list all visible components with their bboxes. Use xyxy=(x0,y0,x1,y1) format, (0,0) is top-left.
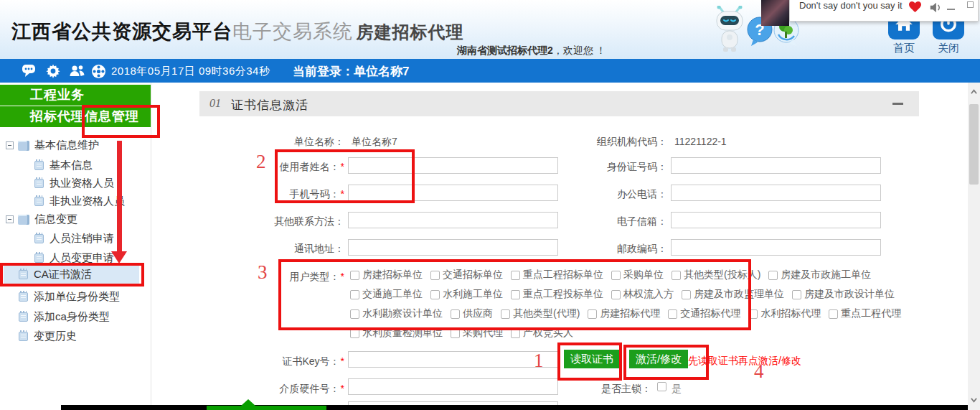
status-bar: 2018年05月17日 09时36分34秒 当前登录：单位名称7 xyxy=(0,59,980,83)
checkbox-item[interactable]: 产权竞买人 xyxy=(511,327,573,340)
checkbox xyxy=(792,290,801,299)
cert-key-input[interactable] xyxy=(348,351,558,368)
checkbox-item[interactable]: 其他类型(投标人) xyxy=(672,269,760,281)
scroll-down-icon[interactable] xyxy=(971,397,976,403)
home-button-label[interactable]: 首页 xyxy=(888,42,920,55)
checkbox-item[interactable]: 房建及市政设计单位 xyxy=(792,288,895,301)
collapse-expander-icon[interactable] xyxy=(6,215,14,223)
sidebar-item-personnel-cancel[interactable]: 人员注销申请 xyxy=(34,232,114,246)
checkbox xyxy=(768,271,778,280)
minimize-icon[interactable] xyxy=(947,9,955,10)
checkbox xyxy=(682,290,691,299)
main-lock-checkbox[interactable] xyxy=(657,382,666,391)
scroll-up-icon[interactable] xyxy=(971,89,976,95)
sidebar-item-label[interactable]: 基本信息 xyxy=(50,159,93,172)
sidebar-item-label[interactable]: 添加ca身份类型 xyxy=(34,310,110,324)
reel-icon[interactable] xyxy=(91,64,106,82)
checkbox-item[interactable]: 水利勘察设计单位 xyxy=(350,307,443,320)
postcode-input[interactable] xyxy=(671,239,881,256)
heart-icon[interactable] xyxy=(908,1,922,16)
sidebar-item-label[interactable]: 变更历史 xyxy=(34,330,77,343)
sidebar-item-personnel-change[interactable]: 人员变更申请 xyxy=(34,251,114,265)
checkbox-item[interactable]: 水利施工单位 xyxy=(430,288,503,301)
user-type-row-2: 交通施工单位 水利施工单位 重点工程投标单位 林权流入方 房建及市政监理单位 房… xyxy=(350,288,903,301)
sidebar-item-licensed-personnel[interactable]: 执业资格人员 xyxy=(34,177,114,190)
speaker-icon[interactable] xyxy=(929,2,942,16)
checkbox-item[interactable]: 采购单位 xyxy=(611,269,664,281)
other-contact-label: 其他联系方法： xyxy=(237,215,344,228)
sidebar-item-label[interactable]: 执业资格人员 xyxy=(50,177,114,190)
notepad-icon xyxy=(34,234,44,243)
checkbox xyxy=(511,290,520,299)
restore-icon[interactable] xyxy=(967,1,974,8)
notepad-icon xyxy=(19,332,28,341)
sidebar-item-label[interactable]: 非执业资格人员 xyxy=(50,195,125,208)
section-number: 01 xyxy=(209,97,221,110)
sidebar-menu-engineering[interactable]: 工程业务 xyxy=(0,85,151,106)
checkbox-item[interactable]: 重点工程代理 xyxy=(829,307,901,320)
notepad-icon xyxy=(19,292,28,302)
sidebar-group-label[interactable]: 信息变更 xyxy=(34,213,77,226)
sidebar-item-nonlicensed-personnel[interactable]: 非执业资格人员 xyxy=(34,195,125,208)
message-icon[interactable] xyxy=(22,64,36,80)
sidebar-item-add-ca-identity[interactable]: 添加ca身份类型 xyxy=(19,310,110,324)
users-icon[interactable] xyxy=(69,64,85,80)
office-phone-input[interactable] xyxy=(671,185,881,201)
address-label: 通讯地址： xyxy=(237,243,344,256)
sidebar-group-basic-info[interactable]: 基本信息维护 xyxy=(6,139,99,152)
sidebar-item-basic-info[interactable]: 基本信息 xyxy=(34,159,93,172)
folder-book-icon xyxy=(18,141,29,151)
sidebar-item-label[interactable]: 添加单位身份类型 xyxy=(34,290,120,304)
settings-gear-icon[interactable] xyxy=(46,64,60,81)
sidebar-item-change-history[interactable]: 变更历史 xyxy=(19,330,77,343)
sidebar-item-label[interactable]: 人员注销申请 xyxy=(50,232,114,246)
scrollbar-thumb[interactable] xyxy=(969,104,979,185)
bottom-tooltip-bar xyxy=(207,406,326,410)
mobile-input[interactable] xyxy=(348,185,558,201)
sidebar-item-label[interactable]: 人员变更申请 xyxy=(50,251,114,265)
checkbox xyxy=(350,329,359,338)
vertical-scrollbar[interactable] xyxy=(968,83,980,410)
user-type-row-1: 房建招标单位 交通招标单位 重点工程招标单位 采购单位 其他类型(投标人) 房建… xyxy=(350,269,879,281)
other-contact-input[interactable] xyxy=(348,212,558,228)
checkbox xyxy=(748,309,758,319)
annotation-number-4: 4 xyxy=(754,362,764,381)
read-cert-button[interactable]: 读取证书 xyxy=(564,350,620,368)
email-input[interactable] xyxy=(671,212,881,228)
collapse-expander-icon[interactable] xyxy=(6,141,14,149)
checkbox-item[interactable]: 房建招标单位 xyxy=(350,269,423,281)
sidebar-group-label[interactable]: 基本信息维护 xyxy=(34,139,99,152)
sidebar-item-add-unit-identity[interactable]: 添加单位身份类型 xyxy=(19,290,120,304)
activate-modify-button[interactable]: 激活/修改 xyxy=(629,350,688,368)
annotation-number-1: 1 xyxy=(534,351,544,371)
checkbox-item[interactable]: 其他类型(代理) xyxy=(501,307,580,320)
checkbox-item[interactable]: 水利质量检测单位 xyxy=(350,327,443,340)
sidebar-group-info-change[interactable]: 信息变更 xyxy=(6,213,77,226)
welcome-text: 湖南省测试招标代理2，欢迎您 ！ xyxy=(457,45,606,57)
checkbox-item[interactable]: 水利招标代理 xyxy=(748,307,821,320)
address-input[interactable] xyxy=(348,239,558,256)
checkbox xyxy=(611,290,621,299)
id-card-label: 身份证号码： xyxy=(560,161,667,174)
sidebar-item-label[interactable]: CA证书激活 xyxy=(34,268,92,281)
checkbox-item[interactable]: 交通招标代理 xyxy=(668,307,740,320)
checkbox-item[interactable]: 房建招标代理 xyxy=(588,307,660,320)
checkbox-item[interactable]: 交通招标单位 xyxy=(430,269,503,281)
checkbox-item[interactable]: 林权流入方 xyxy=(611,288,674,301)
checkbox-item[interactable]: 供应商 xyxy=(451,307,493,320)
checkbox-item[interactable]: 房建及市政施工单位 xyxy=(768,269,871,281)
media-hw-input[interactable] xyxy=(348,378,558,395)
id-card-input[interactable] xyxy=(671,157,881,174)
checkbox-item[interactable]: 重点工程招标单位 xyxy=(511,269,603,281)
checkbox-item[interactable]: 采购代理 xyxy=(451,327,503,340)
sidebar-menu-agency-info[interactable]: 招标代理信息管理 xyxy=(0,106,151,127)
checkbox xyxy=(511,271,520,280)
sidebar-item-ca-cert-activation[interactable]: CA证书激活 xyxy=(4,266,139,284)
checkbox-item[interactable]: 交通施工单位 xyxy=(350,288,423,301)
collapse-section-icon[interactable] xyxy=(892,103,903,105)
user-name-input[interactable] xyxy=(348,157,558,174)
checkbox-item[interactable]: 房建及市政监理单位 xyxy=(682,288,784,301)
checkbox-item[interactable]: 重点工程投标单位 xyxy=(511,288,603,301)
checkbox xyxy=(611,271,621,280)
close-button-label[interactable]: 关闭 xyxy=(933,42,964,55)
